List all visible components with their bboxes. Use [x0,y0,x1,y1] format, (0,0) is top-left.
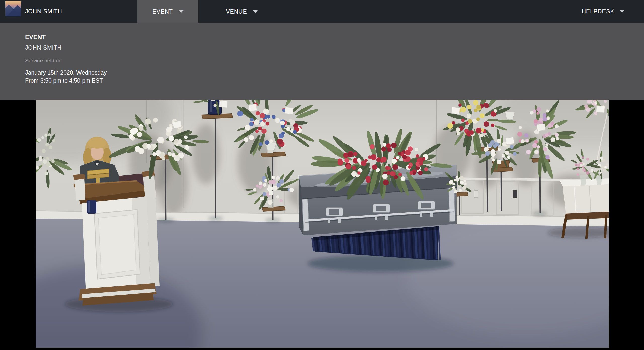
service-time: From 3:50 pm to 4:50 pm EST [25,77,107,85]
chapel-scene [36,100,609,348]
top-nav-bar: JOHN SMITH EVENT VENUE HELPDESK [0,0,644,23]
panel-heading: EVENT [25,34,46,41]
podium [73,169,160,306]
helpdesk-menu[interactable]: HELPDESK [581,0,625,23]
chevron-down-icon [620,10,624,13]
event-title: JOHN SMITH [25,0,62,23]
white-pedestal-vase [505,112,515,120]
event-dropdown-panel: EVENT JOHN SMITH Service held on January… [0,23,644,100]
panel-event-name: JOHN SMITH [25,44,62,51]
chevron-down-icon [179,10,183,13]
panel-service-datetime: January 15th 2020, Wednesday From 3:50 p… [25,69,107,85]
tab-event-label: EVENT [152,8,173,15]
page: JOHN SMITH EVENT VENUE HELPDESK EVENT JO… [0,0,644,350]
wall-outlet [474,190,478,198]
helpdesk-label: HELPDESK [582,8,614,15]
tab-event[interactable]: EVENT [137,0,198,23]
blue-cup [87,200,96,214]
panel-subtitle: Service held on [25,58,62,64]
tab-venue-label: VENUE [226,8,247,15]
tab-venue[interactable]: VENUE [221,0,262,23]
chevron-down-icon [253,10,258,13]
service-date: January 15th 2020, Wednesday [25,69,107,77]
wall-switch-plate [513,190,517,198]
livestream-video-player[interactable] [36,100,609,348]
event-logo-thumbnail[interactable] [5,1,21,16]
